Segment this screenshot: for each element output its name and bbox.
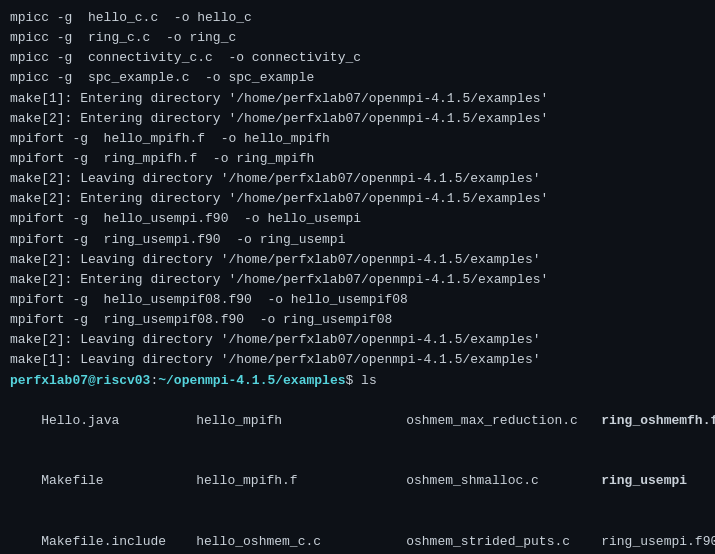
ls-row-2: Makefilehello_mpifh.foshmem_shmalloc.cri…	[10, 451, 705, 511]
line-6: make[2]: Entering directory '/home/perfx…	[10, 109, 705, 129]
line-16: mpifort -g ring_usempif08.f90 -o ring_us…	[10, 310, 705, 330]
ls-row-3: Makefile.includehello_oshmem_c.coshmem_s…	[10, 512, 705, 554]
line-2: mpicc -g ring_c.c -o ring_c	[10, 28, 705, 48]
line-14: make[2]: Entering directory '/home/perfx…	[10, 270, 705, 290]
line-5: make[1]: Entering directory '/home/perfx…	[10, 89, 705, 109]
line-4: mpicc -g spc_example.c -o spc_example	[10, 68, 705, 88]
terminal: mpicc -g hello_c.c -o hello_c mpicc -g r…	[0, 0, 715, 554]
line-10: make[2]: Entering directory '/home/perfx…	[10, 189, 705, 209]
prompt-text: perfxlab07@riscv03	[10, 373, 150, 388]
line-15: mpifort -g hello_usempif08.f90 -o hello_…	[10, 290, 705, 310]
line-7: mpifort -g hello_mpifh.f -o hello_mpifh	[10, 129, 705, 149]
line-12: mpifort -g ring_usempi.f90 -o ring_usemp…	[10, 230, 705, 250]
line-3: mpicc -g connectivity_c.c -o connectivit…	[10, 48, 705, 68]
ls-row-1: Hello.javahello_mpifhoshmem_max_reductio…	[10, 391, 705, 451]
line-17: make[2]: Leaving directory '/home/perfxl…	[10, 330, 705, 350]
line-18: make[1]: Leaving directory '/home/perfxl…	[10, 350, 705, 370]
line-1: mpicc -g hello_c.c -o hello_c	[10, 8, 705, 28]
line-11: mpifort -g hello_usempi.f90 -o hello_use…	[10, 209, 705, 229]
prompt-line-1: perfxlab07@riscv03:~/openmpi-4.1.5/examp…	[10, 371, 705, 391]
line-8: mpifort -g ring_mpifh.f -o ring_mpifh	[10, 149, 705, 169]
line-13: make[2]: Leaving directory '/home/perfxl…	[10, 250, 705, 270]
line-9: make[2]: Leaving directory '/home/perfxl…	[10, 169, 705, 189]
